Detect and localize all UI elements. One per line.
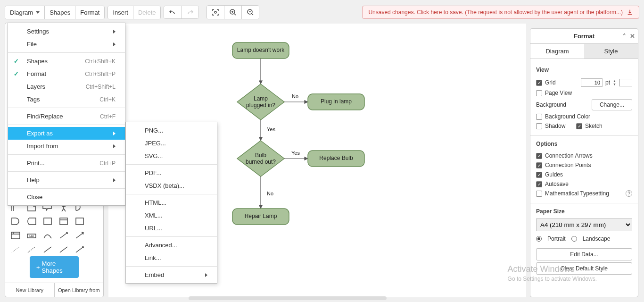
section-paper: Paper Size — [536, 208, 632, 215]
svg-rect-6 — [76, 218, 83, 225]
diagram-menu: Settings File ✓ShapesCtrl+Shift+K ✓Forma… — [8, 23, 125, 206]
node-repair[interactable]: Repair Lamp — [245, 213, 277, 219]
svg-rect-4 — [44, 218, 51, 225]
export-link[interactable]: Link... — [126, 252, 217, 264]
download-icon — [627, 9, 633, 16]
export-advanced[interactable]: Advanced... — [126, 239, 217, 252]
collapse-icon[interactable]: ˄ — [623, 33, 626, 40]
export-embed[interactable]: Embed — [126, 268, 217, 281]
menu-item-help[interactable]: Help — [8, 174, 125, 186]
tab-style[interactable]: Style — [584, 44, 638, 59]
shape-palette[interactable]: List — [5, 198, 103, 259]
menu-format-button[interactable]: Format — [75, 6, 104, 19]
more-shapes-button[interactable]: +More Shapes — [30, 256, 79, 278]
export-xml[interactable]: XML... — [126, 209, 217, 222]
horizontal-scrollbar[interactable] — [189, 296, 387, 300]
undo-button[interactable] — [164, 6, 181, 18]
radio-portrait[interactable] — [536, 236, 542, 242]
node-plug-in[interactable]: Plug in lamp — [321, 98, 352, 105]
node-start[interactable]: Lamp doesn't work — [237, 47, 285, 53]
svg-text:Yes: Yes — [267, 126, 275, 132]
svg-point-0 — [215, 11, 216, 13]
paper-size-select[interactable]: A4 (210 mm x 297 mm) — [536, 218, 632, 231]
menu-item-export-as[interactable]: Export as — [8, 127, 125, 140]
node-decision-bulb[interactable]: Bulb — [255, 152, 266, 159]
export-pdf[interactable]: PDF... — [126, 167, 217, 179]
node-decision-plugged[interactable]: Lamp — [254, 95, 268, 102]
zoom-out-button[interactable] — [241, 6, 259, 19]
format-panel: Format ˄ ✕ Diagram Style View ✓ Grid pt … — [530, 28, 638, 297]
export-jpeg[interactable]: JPEG... — [126, 137, 217, 150]
unsaved-text: Unsaved changes. Click here to save. (Th… — [368, 9, 623, 16]
menu-item-settings[interactable]: Settings — [8, 25, 125, 38]
menu-item-tags[interactable]: TagsCtrl+K — [8, 93, 125, 106]
chk-grid[interactable]: ✓ — [536, 80, 542, 86]
menu-item-find[interactable]: Find/ReplaceCtrl+F — [8, 110, 125, 123]
new-library-button[interactable]: New Library — [5, 283, 54, 297]
chk-sketch[interactable]: ✓ — [576, 123, 582, 129]
export-url[interactable]: URL... — [126, 222, 217, 235]
chk-autosave[interactable]: ✓ — [536, 181, 542, 187]
tab-diagram[interactable]: Diagram — [530, 44, 584, 59]
redo-button[interactable] — [181, 6, 198, 18]
unsaved-banner[interactable]: Unsaved changes. Click here to save. (Th… — [362, 6, 639, 19]
radio-landscape[interactable] — [571, 236, 577, 242]
menu-shapes-button[interactable]: Shapes — [44, 6, 75, 19]
chk-bgcolor[interactable] — [536, 114, 542, 120]
svg-text:Yes: Yes — [291, 150, 300, 156]
node-replace-bulb[interactable]: Replace Bulb — [319, 155, 353, 161]
menu-item-import-from[interactable]: Import from — [8, 140, 125, 152]
svg-text:No: No — [267, 191, 273, 196]
export-vsdx[interactable]: VSDX (beta)... — [126, 179, 217, 192]
format-title: Format — [574, 33, 594, 40]
top-toolbar: Diagram Shapes Format Insert Delete Unsa… — [5, 5, 639, 20]
chk-guides[interactable]: ✓ — [536, 172, 542, 178]
grid-size-input[interactable] — [581, 78, 603, 87]
chk-shadow[interactable] — [536, 123, 542, 129]
menu-insert-button[interactable]: Insert — [108, 6, 133, 19]
export-png[interactable]: PNG... — [126, 124, 217, 137]
open-library-button[interactable]: Open Library from — [54, 283, 104, 297]
menu-item-layers[interactable]: LayersCtrl+Shift+L — [8, 80, 125, 93]
svg-text:No: No — [292, 93, 298, 99]
chk-pageview[interactable] — [536, 90, 542, 96]
svg-rect-5 — [60, 218, 67, 225]
menu-item-shapes[interactable]: ✓ShapesCtrl+Shift+K — [8, 55, 125, 67]
chk-conn-arrows[interactable]: ✓ — [536, 153, 542, 159]
section-view: View — [536, 67, 632, 73]
menu-item-file[interactable]: File — [8, 38, 125, 50]
svg-text:burned out?: burned out? — [246, 159, 276, 165]
zoom-in-button[interactable] — [224, 6, 241, 19]
svg-rect-7 — [11, 232, 20, 239]
close-icon[interactable]: ✕ — [630, 33, 635, 40]
svg-text:plugged in?: plugged in? — [246, 102, 275, 109]
zoom-fit-button[interactable] — [207, 6, 224, 19]
btn-edit-data[interactable]: Edit Data... — [536, 248, 632, 260]
menu-diagram-button[interactable]: Diagram — [5, 6, 44, 19]
grid-color[interactable] — [619, 79, 632, 86]
export-svg[interactable]: SVG... — [126, 150, 217, 162]
btn-clear-default[interactable]: Clear Default Style — [536, 262, 632, 275]
menu-item-format[interactable]: ✓FormatCtrl+Shift+P — [8, 67, 125, 80]
menu-item-print[interactable]: Print...Ctrl+P — [8, 157, 125, 169]
help-icon[interactable]: ? — [626, 190, 632, 197]
export-html[interactable]: HTML... — [126, 196, 217, 209]
section-options: Options — [536, 141, 632, 147]
export-submenu: PNG... JPEG... SVG... PDF... VSDX (beta)… — [125, 122, 217, 284]
menu-delete-button[interactable]: Delete — [133, 6, 161, 19]
btn-change-bg[interactable]: Change... — [592, 99, 632, 110]
svg-text:List: List — [29, 235, 34, 237]
grid-stepper[interactable]: ▲▼ — [613, 79, 616, 86]
chk-conn-points[interactable]: ✓ — [536, 162, 542, 168]
menu-item-close[interactable]: Close — [8, 191, 125, 203]
chk-math[interactable] — [536, 191, 542, 197]
